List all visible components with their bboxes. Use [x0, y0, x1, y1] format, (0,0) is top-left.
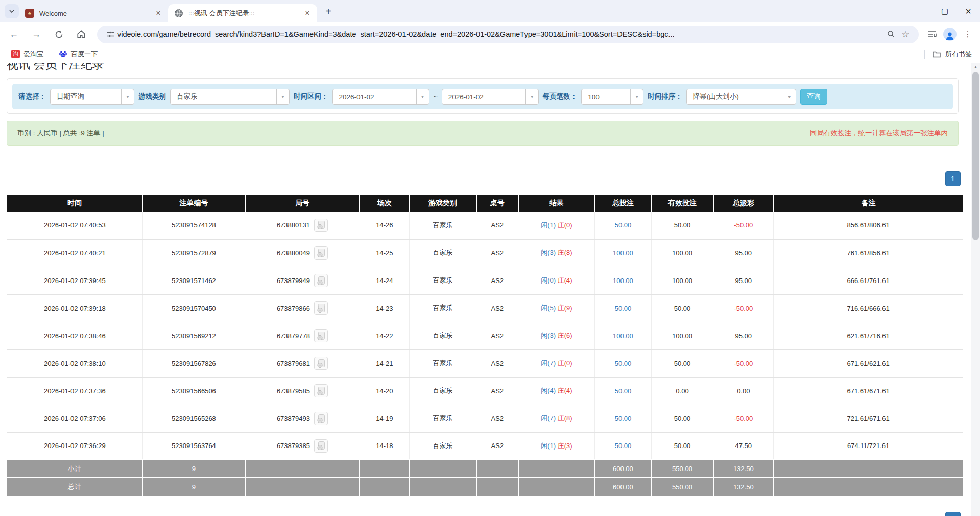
- bookmark-baidu[interactable]: du 百度一下: [55, 47, 102, 61]
- video-replay-button[interactable]: [314, 246, 328, 260]
- new-tab-button[interactable]: +: [321, 4, 336, 18]
- globe-icon: [174, 9, 183, 18]
- cell-total-bet[interactable]: 100.00: [595, 322, 651, 349]
- video-replay-button[interactable]: [314, 412, 328, 425]
- media-controls-icon[interactable]: [925, 27, 939, 41]
- cell-time: 2026-01-02 07:36:29: [7, 432, 143, 460]
- bookmark-label: 百度一下: [71, 50, 98, 59]
- cell-note: 856.61/806.61: [774, 212, 963, 239]
- all-bookmarks[interactable]: 所有书签: [924, 50, 980, 59]
- cell-total-bet[interactable]: 50.00: [595, 432, 651, 460]
- browser-menu-icon[interactable]: ⋮: [961, 27, 975, 41]
- page-1-button[interactable]: 1: [945, 512, 961, 516]
- back-button[interactable]: ←: [5, 26, 22, 43]
- cell-note: 761.61/856.61: [774, 239, 963, 267]
- cell-total-bet[interactable]: 100.00: [595, 239, 651, 267]
- home-button[interactable]: [73, 26, 90, 43]
- bookmark-taobao[interactable]: 淘 爱淘宝: [7, 48, 47, 61]
- bookmark-star-icon[interactable]: ☆: [898, 27, 913, 41]
- table-row: 2026-01-02 07:36:29 523091563764 6738793…: [7, 432, 963, 460]
- cell-result: 闲(7) 庄(8): [518, 405, 595, 432]
- sort-select[interactable]: 降幂(由大到小) ▼: [686, 89, 796, 105]
- cell-round-no: 673879866: [245, 294, 360, 322]
- window-controls: — ▢ ×: [910, 0, 980, 22]
- cell-total-bet[interactable]: 50.00: [595, 349, 651, 377]
- table-row: 2026-01-02 07:40:21 523091572879 6738800…: [7, 239, 963, 267]
- date-range-label: 时间区间：: [294, 92, 328, 101]
- site-settings-tune-icon[interactable]: [103, 27, 117, 41]
- profile-avatar[interactable]: [943, 28, 957, 41]
- footer-label: 小计: [7, 460, 143, 478]
- video-replay-button[interactable]: [314, 357, 328, 370]
- cell-round-no: 673879585: [245, 377, 360, 405]
- url-text[interactable]: videoie.com/game/betrecord_search/kind3?…: [117, 30, 884, 38]
- minimize-button[interactable]: —: [910, 0, 933, 22]
- table-row: 2026-01-02 07:39:45 523091571462 6738799…: [7, 267, 963, 294]
- cell-total-bet[interactable]: 50.00: [595, 377, 651, 405]
- footer-total-bet: 600.00: [595, 460, 651, 478]
- maximize-button[interactable]: ▢: [933, 0, 957, 22]
- cell-bet-no: 523091566506: [142, 377, 245, 405]
- cell-note: 671.61/671.61: [774, 377, 963, 405]
- video-replay-button[interactable]: [314, 439, 328, 453]
- zoom-icon[interactable]: [884, 27, 898, 41]
- cell-result: 闲(3) 庄(6): [518, 322, 595, 349]
- close-button[interactable]: ×: [957, 0, 980, 22]
- cell-total-bet[interactable]: 100.00: [595, 267, 651, 294]
- cell-total-bet[interactable]: 50.00: [595, 294, 651, 322]
- col-table: 桌号: [476, 195, 518, 212]
- video-replay-button[interactable]: [314, 274, 328, 287]
- video-replay-button[interactable]: [314, 219, 328, 232]
- browser-window: ♠ Welcome × :::视讯 会员下注纪录::: × + — ▢ × ← …: [0, 0, 980, 516]
- cell-table: AS2: [476, 322, 518, 349]
- query-type-select[interactable]: 日期查询 ▼: [50, 89, 134, 105]
- bookmarks-bar: 淘 爱淘宝 du 百度一下 所有书签: [0, 46, 980, 62]
- cell-valid-bet: 100.00: [651, 267, 713, 294]
- table-row: 2026-01-02 07:40:53 523091574128 6738801…: [7, 212, 963, 239]
- tab-title: Welcome: [39, 10, 154, 17]
- cell-total-bet[interactable]: 50.00: [595, 212, 651, 239]
- cell-time: 2026-01-02 07:37:36: [7, 377, 143, 405]
- game-kind-select[interactable]: 百家乐 ▼: [170, 89, 290, 105]
- cell-game-kind: 百家乐: [410, 349, 476, 377]
- currency-summary: 币别 : 人民币 | 总共 :9 注单 |: [17, 129, 104, 138]
- scroll-up-icon[interactable]: ▲: [971, 63, 980, 71]
- tab-search-button[interactable]: [5, 4, 19, 18]
- cell-valid-bet: 50.00: [651, 349, 713, 377]
- tab-betrecord[interactable]: :::视讯 会员下注纪录::: ×: [168, 4, 317, 22]
- scrollbar-thumb[interactable]: [972, 72, 979, 240]
- footer-valid-bet: 550.00: [651, 478, 713, 496]
- tab-close-icon[interactable]: ×: [303, 9, 312, 18]
- film-icon: [316, 220, 326, 230]
- video-replay-button[interactable]: [314, 384, 328, 397]
- cell-result: 闲(3) 庄(8): [518, 239, 595, 267]
- address-bar[interactable]: videoie.com/game/betrecord_search/kind3?…: [97, 26, 919, 43]
- tab-welcome[interactable]: ♠ Welcome ×: [19, 4, 168, 22]
- date-end-input[interactable]: 2026-01-02 ▼: [442, 89, 539, 105]
- cell-bet-no: 523091567826: [142, 349, 245, 377]
- cell-time: 2026-01-02 07:38:46: [7, 322, 143, 349]
- cell-session: 14-22: [360, 322, 409, 349]
- cell-total-bet[interactable]: 50.00: [595, 405, 651, 432]
- cell-table: AS2: [476, 405, 518, 432]
- cell-result: 闲(1) 庄(3): [518, 432, 595, 460]
- reload-button[interactable]: [50, 26, 67, 43]
- date-start-input[interactable]: 2026-01-02 ▼: [332, 89, 429, 105]
- page-1-button[interactable]: 1: [945, 171, 961, 186]
- bookmark-label: 爱淘宝: [23, 50, 43, 59]
- cell-note: 671.61/621.61: [774, 349, 963, 377]
- video-replay-button[interactable]: [314, 301, 328, 315]
- tab-strip: ♠ Welcome × :::视讯 会员下注纪录::: × + — ▢ ×: [0, 0, 980, 22]
- video-replay-button[interactable]: [314, 329, 328, 342]
- vertical-scrollbar[interactable]: ▲: [971, 63, 980, 516]
- cell-note: 721.61/671.61: [774, 405, 963, 432]
- forward-button[interactable]: →: [28, 26, 45, 43]
- footer-payout: 132.50: [713, 478, 774, 496]
- note-text: 同局有效投注，统一计算在该局第一张注单内: [810, 129, 948, 138]
- col-session: 场次: [360, 195, 409, 212]
- query-button[interactable]: 查询: [800, 89, 827, 105]
- film-icon: [316, 248, 326, 258]
- footer-count: 9: [142, 460, 245, 478]
- per-page-select[interactable]: 100 ▼: [581, 89, 643, 105]
- tab-close-icon[interactable]: ×: [154, 9, 163, 18]
